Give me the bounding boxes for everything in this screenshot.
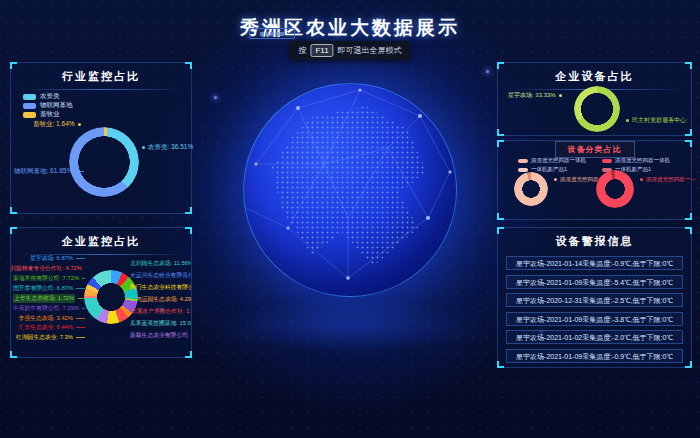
page-title: 秀洲区农业大数据展示 (0, 15, 700, 41)
legend-item[interactable]: 温湿度光照四器一体机 (602, 157, 670, 164)
panel-industry-ratio: 行业监控占比 农资类 物联网基地 畜牧业 畜牧业: 1.64% 农资类: 36.… (10, 62, 192, 214)
legend-swatch (23, 112, 36, 118)
classification-donut-right[interactable] (596, 170, 634, 208)
industry-donut-chart[interactable] (69, 127, 139, 197)
classification-donut-left[interactable] (514, 172, 548, 206)
alarm-row[interactable]: 星宇农场-2021-01-09采集温度:-0.9℃,低于下限:0℃ (506, 349, 683, 363)
callout-livestock: 畜牧业: 1.64% (33, 120, 81, 129)
fullscreen-hint: 按 F11 即可退出全屏模式 (289, 41, 410, 60)
panel-device-ratio: 企业设备占比 星宇农场: 33.33% 民主村党群服务中心: (497, 62, 692, 136)
callout-iot-base: 物联网基地: 61.85% (14, 167, 84, 176)
hint-suffix: 即可退出全屏模式 (338, 45, 402, 56)
particle (214, 96, 217, 99)
particle (486, 70, 489, 73)
legend-swatch (23, 103, 36, 109)
divider (17, 89, 185, 90)
legend-label: 温湿度光照四器一体机 (531, 157, 586, 164)
hint-prefix: 按 (298, 45, 306, 56)
legend-item[interactable]: 物联网基地 (23, 101, 73, 110)
panel-title: 行业监控占比 (11, 63, 191, 84)
alarm-row[interactable]: 星宇农场-2021-01-09采集温度:-5.4℃,低于下限:0℃ (506, 275, 683, 289)
logo-badge (249, 28, 295, 39)
device-donut-chart[interactable] (574, 86, 620, 132)
alarm-row[interactable]: 星宇农场-2020-12-31采集温度:-2.5℃,低于下限:0℃ (506, 293, 683, 307)
legend-swatch (23, 94, 36, 100)
pie-label: 丰溪水产养殖合作社: 1. (127, 307, 191, 316)
pie-label: 瓜果蔬菜苗圃基地: 15.02% (127, 319, 191, 328)
legend-label: 农资类 (40, 92, 60, 101)
pie-label: 汇丰生态农业: 6.44% (13, 323, 85, 332)
legend-label: 畜牧业 (40, 110, 60, 119)
alarm-row[interactable]: 星宇农场-2021-01-09采集温度:-3.8℃,低于下限:0℃ (506, 312, 683, 326)
callout-right: 温湿度光照四器一— (640, 176, 696, 183)
callout-xingyu-farm: 星宇农场: 33.33% (508, 91, 562, 100)
legend-label: 温湿度光照四器一体机 (615, 157, 670, 164)
panel-title: 企业监控占比 (11, 228, 191, 249)
legend-swatch (518, 168, 528, 172)
f11-keycap: F11 (310, 44, 333, 57)
legend-swatch (602, 159, 612, 163)
callout-service-center: 民主村党群服务中心: (626, 116, 688, 125)
pie-label: 红湖园生态农业: 7.3% (13, 333, 85, 342)
panel-enterprise-ratio: 企业监控占比 星宇农场: 6.87% 刘超粮食专业合作社: 4.72% 家瑞养殖… (10, 227, 192, 358)
legend-label: 物联网基地 (40, 101, 73, 110)
pie-label: 星宇农场: 6.87% (13, 254, 85, 263)
pie-label: 刘超粮食专业合作社: 4.72% (13, 264, 85, 273)
globe-reflection (215, 298, 485, 354)
alarm-row[interactable]: 星宇农场-2021-01-14采集温度:-0.9℃,低于下限:0℃ (506, 256, 683, 270)
legend-swatch (518, 159, 528, 163)
pie-label: 新颖生态农业有限公司: 6.879 (127, 331, 191, 340)
panel-device-classification: 设备分类占比 温湿度光照四器一体机 一体机新产品1 温湿度光照四器一— 温湿度光… (497, 140, 692, 220)
pie-label: 陶门生态农业科技有限公 (127, 283, 191, 292)
callout-agri-supplies: 农资类: 36.51% (142, 143, 193, 152)
pie-label: 鸿运园生态农场: 4.29 (127, 295, 191, 304)
pie-label: 中荷奶牛有限公司: 7.29% (13, 304, 85, 313)
alarm-row[interactable]: 星宇农场-2021-01-02采集温度:-2.0℃,低于下限:0℃ (506, 330, 683, 344)
panel-device-alarms: 设备警报信息 星宇农场-2021-01-14采集温度:-0.9℃,低于下限:0℃… (497, 227, 692, 368)
legend-item[interactable]: 农资类 (23, 92, 60, 101)
dashboard: 秀洲区农业大数据展示 按 F11 即可退出全屏模式 行业监控占比 农资类 物联网… (0, 0, 700, 438)
pie-label: 家瑞养殖有限公司: 7.72% (13, 274, 85, 283)
globe-dot-map (255, 95, 446, 286)
pie-label: 国开发有限公司: 6.87% (13, 284, 85, 293)
panel-title: 企业设备占比 (498, 63, 691, 84)
globe (243, 83, 457, 297)
legend-item[interactable]: 温湿度光照四器一体机 (518, 157, 586, 164)
pie-label: 大运河生态牧业有限责任公 (127, 271, 191, 280)
legend-item[interactable]: 畜牧业 (23, 110, 60, 119)
pie-label: 李强生态农场: 3.42% (13, 314, 85, 323)
panel-title: 设备警报信息 (498, 228, 691, 249)
classification-title-badge: 设备分类占比 (555, 141, 635, 158)
pie-label: 上华生态养殖场: 1.72% (13, 294, 85, 303)
pie-label: 北刘姆生态农场: 11.56% (127, 259, 191, 268)
